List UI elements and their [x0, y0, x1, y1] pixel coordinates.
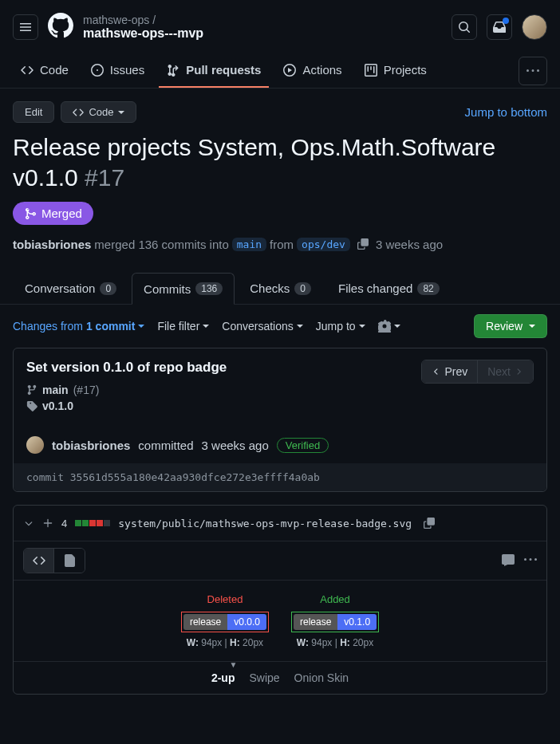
tab-pull-requests[interactable]: Pull requests [159, 53, 269, 88]
diff-settings-dropdown[interactable] [378, 320, 400, 333]
pr-author[interactable]: tobiasbriones [13, 238, 91, 251]
chevron-down-icon [529, 325, 535, 328]
image-view-modes: ▼ 2-up Swipe Onion Skin [14, 661, 546, 694]
rendered-view-button[interactable] [54, 549, 85, 573]
file-path[interactable]: system/public/mathswe-ops-mvp-release-ba… [118, 518, 412, 529]
expand-icon[interactable] [42, 518, 53, 529]
view-mode-2up[interactable]: 2-up [211, 671, 235, 684]
file-diff: 4 system/public/mathswe-ops-mvp-release-… [13, 505, 547, 695]
commit-branch[interactable]: main [42, 384, 69, 396]
repo-path[interactable]: mathswe-ops / mathswe-ops---mvp [83, 14, 442, 41]
notifications-button[interactable] [487, 14, 512, 40]
code-dropdown-button[interactable]: Code [61, 101, 136, 123]
tab-projects[interactable]: Projects [357, 53, 435, 88]
commit-time: 3 weeks ago [202, 439, 269, 452]
merged-badge: Merged [13, 202, 93, 225]
hamburger-menu[interactable] [13, 14, 38, 40]
project-icon [365, 64, 377, 77]
commit-box: Set version 0.1.0 of repo badge main (#1… [13, 348, 547, 492]
active-marker: ▼ [230, 660, 238, 669]
source-view-button[interactable] [24, 549, 54, 573]
tab-issues[interactable]: Issues [83, 53, 152, 88]
view-mode-onion[interactable]: Onion Skin [294, 671, 349, 684]
search-button[interactable] [452, 14, 477, 40]
chevron-right-icon [514, 367, 523, 376]
pr-title: Release projects System, Ops.Math.Softwa… [13, 132, 547, 192]
chevron-down-icon [138, 325, 144, 328]
kebab-icon [524, 553, 537, 566]
repo-name[interactable]: mathswe-ops---mvp [83, 26, 442, 41]
commit-author-avatar[interactable] [26, 436, 44, 454]
review-button[interactable]: Review [474, 314, 547, 338]
next-commit-button[interactable]: Next [478, 360, 533, 383]
release-badge-deleted: release v0.0.0 [183, 614, 266, 630]
diff-view-toggle [23, 548, 85, 573]
branch-into[interactable]: main [232, 238, 266, 251]
commit-hash-row: commit 35561d555a180e42aa930dfce272e3eff… [14, 463, 546, 491]
chevron-down-icon[interactable] [23, 518, 34, 529]
chevron-down-icon [118, 111, 124, 114]
tab-checks[interactable]: Checks 0 [238, 273, 323, 304]
kebab-icon [526, 65, 539, 77]
github-logo-icon[interactable] [48, 13, 73, 41]
file-more-button[interactable] [524, 553, 537, 569]
tab-actions[interactable]: Actions [275, 53, 349, 88]
comment-button[interactable] [502, 553, 515, 569]
commit-tag[interactable]: v0.1.0 [42, 400, 73, 412]
tab-code[interactable]: Code [13, 53, 77, 88]
code-icon [73, 107, 84, 118]
chevron-down-icon [394, 325, 400, 328]
tab-files-changed[interactable]: Files changed 82 [326, 273, 452, 304]
added-image: Added release v0.1.0 W: 94px | H: 20px [291, 593, 379, 648]
code-icon [21, 64, 34, 77]
copy-branch-button[interactable] [353, 234, 373, 254]
conversations-dropdown[interactable]: Conversations [222, 320, 303, 333]
tab-conversation[interactable]: Conversation 0 [13, 273, 128, 304]
branch-icon [26, 384, 37, 396]
pr-meta: tobiasbriones merged 136 commits into ma… [13, 234, 547, 254]
jump-to-bottom-link[interactable]: Jump to bottom [465, 105, 547, 119]
copy-path-button[interactable] [420, 514, 439, 533]
commit-hash: 35561d555a180e42aa930dfce272e3effff4a0ab [70, 471, 320, 483]
view-mode-swipe[interactable]: Swipe [249, 671, 279, 684]
issues-icon [91, 64, 104, 77]
edit-button[interactable]: Edit [13, 101, 54, 123]
repo-nav: Code Issues Pull requests Actions Projec… [0, 53, 560, 89]
commit-pager: Prev Next [421, 360, 534, 384]
tab-commits[interactable]: Commits 136 [132, 273, 235, 305]
chevron-down-icon [297, 325, 303, 328]
more-nav-button[interactable] [519, 57, 547, 85]
commit-title: Set version 0.1.0 of repo badge [26, 360, 227, 376]
deleted-image: Deleted release v0.0.0 W: 94px | H: 20px [181, 593, 269, 648]
pr-time: 3 weeks ago [376, 238, 443, 251]
user-avatar[interactable] [522, 14, 547, 40]
chevron-left-icon [432, 367, 441, 376]
release-badge-added: release v0.1.0 [294, 614, 377, 630]
copy-icon [357, 238, 369, 250]
hamburger-icon [19, 21, 32, 33]
file-filter-dropdown[interactable]: File filter [157, 320, 209, 333]
changes-from-dropdown[interactable]: Changes from 1 commit [13, 320, 144, 333]
chevron-down-icon [359, 325, 365, 328]
commit-author[interactable]: tobiasbriones [52, 439, 130, 452]
copy-icon [424, 518, 435, 529]
commit-pr-ref[interactable]: (#17) [73, 384, 100, 396]
pull-request-icon [167, 64, 179, 77]
comment-icon [502, 553, 515, 566]
pr-number: #17 [85, 164, 124, 191]
chevron-down-icon [203, 325, 209, 328]
repo-owner[interactable]: mathswe-ops / [83, 14, 442, 26]
prev-commit-button[interactable]: Prev [422, 360, 478, 383]
merge-icon [24, 207, 37, 220]
image-diff: Deleted release v0.0.0 W: 94px | H: 20px… [14, 580, 546, 661]
diff-stat-squares [75, 520, 110, 526]
branch-from[interactable]: ops/dev [297, 238, 350, 251]
jump-to-dropdown[interactable]: Jump to [316, 320, 365, 333]
code-icon [33, 554, 45, 567]
changes-count: 4 [61, 518, 67, 529]
gear-icon [378, 320, 391, 333]
notification-dot [503, 18, 509, 24]
pr-tabs: Conversation 0 Commits 136 Checks 0 File… [0, 273, 560, 305]
verified-badge[interactable]: Verified [277, 438, 329, 453]
diff-toolbar: Changes from 1 commit File filter Conver… [0, 305, 560, 348]
